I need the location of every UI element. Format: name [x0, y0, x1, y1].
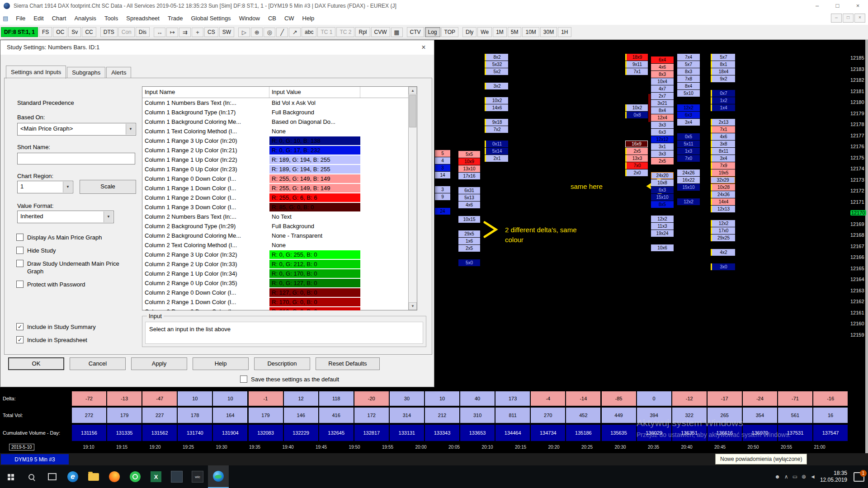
scale-button[interactable]: Scale — [80, 180, 136, 194]
toolbar-abc[interactable]: abc — [302, 27, 316, 37]
input-row[interactable]: Column 2 Range 1 Up Color (In:34)R: 0, G… — [142, 269, 409, 278]
menu-tools[interactable]: Tools — [100, 13, 122, 23]
input-row[interactable]: Column 1 Range 0 Up Color (In:23)R: 189,… — [142, 164, 409, 174]
toolbar-oc[interactable]: OC — [53, 27, 67, 37]
input-row[interactable]: Column 2 Range 0 Down Color (I...R: 127,… — [142, 288, 409, 297]
menu-chart[interactable]: Chart — [48, 13, 71, 23]
toolbar-ctv[interactable]: CTV — [407, 27, 424, 37]
short-name-input[interactable] — [17, 153, 135, 164]
input-row[interactable]: Column 1 Range 0 Down Color (I...R: 255,… — [142, 174, 409, 183]
start-button[interactable] — [0, 465, 21, 488]
toolbar-5m[interactable]: 5M — [508, 27, 522, 37]
scroll-up-icon[interactable]: ▲ — [409, 87, 417, 94]
menu-spreadsheet[interactable]: Spreadsheet — [122, 13, 164, 23]
toolbar-sv[interactable]: Sv — [68, 27, 81, 37]
input-value-header[interactable]: Input Value — [269, 87, 360, 98]
search-button[interactable] — [21, 465, 42, 488]
input-row[interactable]: Column 2 Background Type (In:29)Full Bac… — [142, 221, 409, 231]
time-axis[interactable]: 2019-5-10 19:1019:1519:2019:2519:3019:35… — [0, 443, 849, 452]
input-row[interactable]: Column 1 Range 1 Down Color (I...R: 255,… — [142, 183, 409, 193]
toolbar-item[interactable]: ▷ — [238, 28, 250, 37]
toolbar-tc-1[interactable]: TC 1 — [317, 27, 335, 37]
input-row[interactable]: Column 1 Range 3 Down Color (I...R: 85, … — [142, 202, 409, 212]
tray-icon[interactable]: ⊕ — [802, 474, 806, 480]
child-minimize-button[interactable]: – — [831, 14, 842, 23]
checkbox-save-these-settings-as-the-default[interactable]: Save these settings as the default — [240, 375, 353, 383]
menu-window[interactable]: Window — [235, 13, 264, 23]
input-row[interactable]: Column 1 Text Coloring Method (I...None — [142, 127, 409, 136]
checkbox-draw-study-underneath-main-price-graph[interactable]: Draw Study Underneath Main Price Graph — [16, 260, 129, 275]
taskbar-app-excel[interactable]: X — [146, 465, 166, 488]
checkbox-include-in-study-summary[interactable]: ✓Include in Study Summary — [16, 323, 129, 331]
input-name-header[interactable]: Input Name — [142, 87, 269, 98]
menu-edit[interactable]: Edit — [29, 13, 47, 23]
toolbar-cc[interactable]: CC — [82, 27, 96, 37]
toolbar-sw[interactable]: SW — [219, 27, 234, 37]
checkbox-include-in-spreadsheet[interactable]: ✓Include in Spreadsheet — [16, 336, 129, 344]
chart-region-dropdown[interactable]: 1 ▼ — [17, 181, 73, 193]
toolbar-log[interactable]: Log — [425, 27, 440, 37]
toolbar-con[interactable]: Con — [118, 27, 135, 37]
minimize-button[interactable]: – — [807, 0, 827, 11]
tab-alerts[interactable]: Alerts — [106, 67, 131, 78]
taskbar-app-wlc[interactable]: wlc — [187, 465, 208, 488]
table-scrollbar[interactable]: ▲ ▼ — [408, 87, 417, 310]
input-row[interactable]: Column 2 Range 3 Up Color (In:32)R: 0, G… — [142, 250, 409, 259]
toolbar-top[interactable]: TOP — [441, 27, 458, 37]
tab-subgraphs[interactable]: Subgraphs — [67, 67, 105, 78]
menu-help[interactable]: Help — [298, 13, 319, 23]
description-button[interactable]: Description — [254, 357, 310, 370]
input-row[interactable]: Column 1 Range 1 Up Color (In:22)R: 189,… — [142, 155, 409, 164]
menu-global-settings[interactable]: Global Settings — [187, 13, 235, 23]
input-row[interactable]: Column 2 Range 1 Down Color (I...R: 170,… — [142, 297, 409, 307]
price-scale[interactable]: 1218512183121821218112180121791217812177… — [849, 40, 867, 446]
toolbar-item[interactable]: ↗ — [289, 28, 301, 37]
input-row[interactable]: Column 2 Range 0 Up Color (In:35)R: 0, G… — [142, 278, 409, 288]
child-restore-button[interactable]: □ — [843, 14, 854, 23]
input-row[interactable]: Column 2 Range 2 Up Color (In:33)R: 0, G… — [142, 259, 409, 269]
toolbar-item[interactable]: + — [192, 28, 203, 37]
chevron-down-icon[interactable]: ▼ — [63, 182, 72, 192]
tray-icon[interactable]: ▭ — [793, 474, 797, 480]
scroll-down-icon[interactable]: ▼ — [409, 302, 417, 310]
chevron-down-icon[interactable]: ▼ — [104, 211, 113, 222]
toolbar-30m[interactable]: 30M — [540, 27, 557, 37]
taskbar-app-globe[interactable] — [208, 465, 229, 488]
input-row[interactable]: Column 2 Range 2 Down Color (I...R: 212,… — [142, 307, 409, 310]
toolbar-item[interactable]: ↔ — [154, 28, 165, 37]
based-on-dropdown[interactable]: <Main Price Graph> ▼ — [17, 123, 136, 136]
close-button[interactable]: × — [848, 0, 868, 11]
apply-button[interactable]: Apply — [131, 357, 187, 370]
toolbar-10m[interactable]: 10M — [522, 27, 539, 37]
menu-trade[interactable]: Trade — [164, 13, 187, 23]
toolbar-dts[interactable]: DTS — [100, 27, 118, 37]
task-view-button[interactable] — [42, 465, 62, 488]
value-format-dropdown[interactable]: Inherited ▼ — [17, 211, 114, 223]
input-row[interactable]: Column 1 Range 3 Up Color (In:20)R: 0, G… — [142, 136, 409, 145]
scrollbar-thumb[interactable] — [409, 95, 416, 127]
maximize-button[interactable]: □ — [827, 0, 848, 11]
toolbar-item[interactable]: ⊕ — [251, 28, 263, 37]
tray-icon[interactable]: ◄ — [810, 474, 816, 480]
reset-defaults-button[interactable]: Reset Defaults — [316, 357, 380, 370]
checkbox-display-as-main-price-graph[interactable]: Display As Main Price Graph — [16, 234, 129, 241]
ok-button[interactable]: OK — [8, 357, 64, 370]
input-row[interactable]: Column 1 Background Coloring Me...Based … — [142, 117, 409, 127]
input-row[interactable]: Column 2 Background Coloring Me...None -… — [142, 231, 409, 240]
help-button[interactable]: Help — [193, 357, 249, 370]
toolbar-item[interactable]: ◎ — [264, 28, 275, 37]
toolbar-item[interactable]: ▦ — [391, 28, 403, 37]
taskbar-app-firefox[interactable] — [104, 465, 125, 488]
toolbar-cs[interactable]: CS — [204, 27, 218, 37]
input-row[interactable]: Column 1 Range 2 Up Color (In:21)R: 0, G… — [142, 145, 409, 155]
taskbar-app-edge[interactable]: e — [62, 465, 83, 488]
input-row[interactable]: Column 2 Text Coloring Method (I...None — [142, 240, 409, 250]
input-row[interactable]: Column 1 Background Type (In:17)Full Bac… — [142, 108, 409, 117]
child-close-button[interactable]: × — [854, 14, 865, 23]
toolbar-dly[interactable]: Dly — [462, 27, 476, 37]
checkbox-hide-study[interactable]: Hide Study — [16, 247, 129, 254]
dialog-close-icon[interactable]: × — [419, 42, 429, 52]
toolbar-item[interactable]: ↦ — [166, 28, 178, 37]
toolbar-cvw[interactable]: CVW — [371, 27, 390, 37]
tray-icon[interactable]: ∧ — [784, 474, 788, 480]
